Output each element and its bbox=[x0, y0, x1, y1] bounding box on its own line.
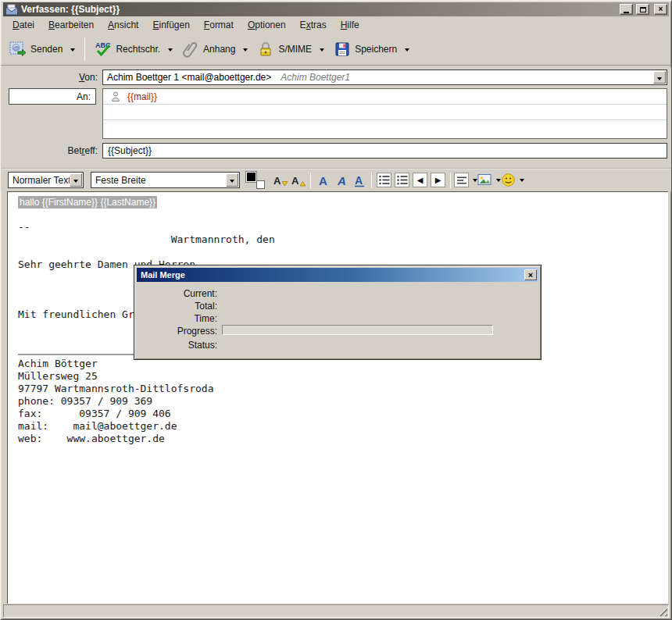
from-select[interactable]: Achim Boettger 1 <mail@aboettger.de> Ach… bbox=[102, 69, 667, 85]
menu-item[interactable]: Format bbox=[197, 17, 241, 33]
indent-icon: ▶ bbox=[431, 173, 445, 187]
attach-label: Anhang bbox=[203, 44, 235, 55]
menu-item[interactable]: Ansicht bbox=[101, 17, 145, 33]
svg-text:A: A bbox=[319, 174, 327, 187]
paragraph-style-select[interactable]: Normaler Text bbox=[8, 172, 84, 188]
close-icon: × bbox=[528, 271, 533, 280]
decrease-font-icon: A bbox=[272, 173, 288, 188]
dialog-close-button[interactable]: × bbox=[524, 269, 537, 280]
paperclip-icon bbox=[182, 41, 199, 58]
window-titlebar[interactable]: Verfassen: {{Subject}} × bbox=[3, 2, 669, 16]
maximize-button[interactable] bbox=[636, 4, 649, 15]
message-headers: Von: Achim Boettger 1 <mail@aboettger.de… bbox=[1, 68, 671, 168]
smime-label: S/MIME bbox=[278, 44, 312, 55]
mail-merge-dialog: Mail Merge × Current: Total: Time: Progr… bbox=[134, 265, 542, 360]
attach-button[interactable]: Anhang bbox=[177, 39, 252, 59]
save-label: Speichern bbox=[355, 44, 397, 55]
smime-dropdown-icon[interactable] bbox=[320, 48, 324, 54]
lock-icon bbox=[257, 41, 274, 58]
numbered-list-button[interactable] bbox=[393, 171, 411, 189]
floppy-icon bbox=[334, 41, 351, 58]
recipient-row-empty[interactable] bbox=[103, 105, 667, 120]
signature-line: fax: 09357 / 909 406 bbox=[18, 408, 668, 420]
send-icon: @ bbox=[9, 41, 27, 58]
background-color-swatch[interactable] bbox=[256, 180, 265, 189]
menu-item[interactable]: Datei bbox=[5, 17, 41, 33]
attach-dropdown-icon[interactable] bbox=[243, 48, 248, 54]
menu-item[interactable]: Bearbeiten bbox=[41, 17, 101, 33]
increase-font-size-button[interactable]: A bbox=[289, 171, 307, 189]
from-value: Achim Boettger 1 <mail@aboettger.de> bbox=[107, 72, 271, 83]
dialog-titlebar[interactable]: Mail Merge × bbox=[137, 268, 538, 282]
foreground-color-swatch[interactable] bbox=[246, 172, 256, 182]
toolbar-separator bbox=[84, 37, 85, 61]
compose-window: Verfassen: {{Subject}} × DateiBearbeiten… bbox=[0, 0, 672, 620]
progress-bar bbox=[222, 325, 493, 335]
paragraph-dropdown-button[interactable] bbox=[70, 173, 82, 187]
format-separator bbox=[310, 173, 311, 188]
insert-image-button[interactable] bbox=[477, 173, 501, 187]
numbered-list-icon bbox=[395, 173, 409, 187]
format-toolbar: Normaler Text Feste Breite A A A bbox=[1, 168, 671, 191]
font-dropdown-button[interactable] bbox=[226, 173, 238, 187]
outdent-button[interactable]: ◀ bbox=[411, 171, 429, 189]
recipient-address[interactable]: {{mail}} bbox=[127, 91, 157, 102]
body-line: Wartmannroth, den bbox=[18, 233, 668, 246]
signature-line: mail: mail@aboettger.de bbox=[18, 420, 668, 433]
dialog-title: Mail Merge bbox=[141, 270, 185, 280]
minimize-icon bbox=[624, 12, 629, 13]
menu-item[interactable]: Hilfe bbox=[334, 17, 366, 33]
body-line: -- bbox=[18, 221, 668, 233]
smime-button[interactable]: S/MIME bbox=[252, 39, 329, 59]
envelope-icon bbox=[5, 4, 18, 16]
recipient-row[interactable]: {{mail}} bbox=[103, 89, 667, 105]
text-color-picker[interactable] bbox=[246, 172, 266, 189]
menu-item[interactable]: Einfügen bbox=[145, 17, 196, 33]
font-select[interactable]: Feste Breite bbox=[91, 172, 240, 188]
save-dropdown-icon[interactable] bbox=[405, 48, 409, 54]
body-line bbox=[18, 246, 668, 258]
minimize-button[interactable] bbox=[620, 4, 633, 15]
menu-item[interactable]: Optionen bbox=[241, 17, 293, 33]
close-button[interactable]: × bbox=[654, 4, 667, 15]
underline-icon: A bbox=[352, 173, 366, 188]
window-title: Verfassen: {{Subject}} bbox=[21, 4, 617, 15]
subject-label: Betreff: bbox=[1, 145, 98, 156]
body-line: hallo {{FirstName}} {{LastName}} bbox=[18, 196, 668, 208]
status-bar bbox=[3, 604, 669, 618]
decrease-font-size-button[interactable]: A bbox=[271, 171, 289, 189]
send-dropdown-icon[interactable] bbox=[70, 48, 75, 54]
progress-label: Progress: bbox=[134, 326, 217, 337]
recipient-list: {{mail}} bbox=[102, 88, 667, 139]
italic-button[interactable]: A bbox=[332, 171, 350, 189]
insert-smiley-button[interactable] bbox=[501, 173, 524, 187]
indent-button[interactable]: ▶ bbox=[429, 171, 447, 189]
status-label: Status: bbox=[134, 340, 217, 351]
svg-text:A: A bbox=[273, 175, 281, 187]
underline-button[interactable]: A bbox=[350, 171, 368, 189]
spellcheck-button[interactable]: ABC Rechtschr. bbox=[90, 39, 177, 59]
body-line bbox=[18, 208, 668, 221]
spellcheck-dropdown-icon[interactable] bbox=[168, 48, 173, 54]
send-label: Senden bbox=[30, 44, 63, 55]
spellcheck-icon: ABC bbox=[95, 41, 112, 58]
alignment-button[interactable] bbox=[454, 173, 477, 187]
recipient-type-select[interactable]: An: bbox=[9, 88, 96, 105]
outdent-icon: ◀ bbox=[413, 173, 427, 187]
recipient-row-empty[interactable] bbox=[103, 120, 667, 136]
from-dropdown-button[interactable] bbox=[653, 71, 666, 84]
save-button[interactable]: Speichern bbox=[329, 39, 414, 59]
svg-text:@: @ bbox=[13, 45, 19, 52]
subject-input[interactable]: {{Subject}} bbox=[102, 143, 667, 159]
bullet-list-button[interactable] bbox=[375, 171, 393, 189]
chevron-down-icon bbox=[657, 77, 662, 83]
bold-button[interactable]: A bbox=[314, 171, 332, 189]
send-button[interactable]: @ Senden bbox=[5, 39, 80, 59]
smiley-dropdown-icon[interactable] bbox=[520, 179, 524, 184]
message-body[interactable]: hallo {{FirstName}} {{LastName}}-- Wartm… bbox=[7, 191, 668, 604]
menu-item[interactable]: Extras bbox=[293, 17, 334, 33]
total-label: Total: bbox=[134, 301, 217, 312]
format-separator bbox=[371, 173, 372, 188]
resize-grip[interactable] bbox=[657, 606, 667, 616]
format-separator bbox=[450, 173, 451, 188]
